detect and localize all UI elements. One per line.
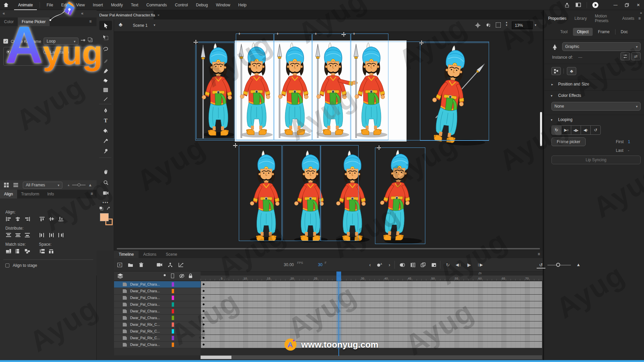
close-button[interactable]: ✕ <box>633 0 644 10</box>
zoom-spinner[interactable]: ▴▾ <box>506 21 507 27</box>
fluid-brush-tool[interactable] <box>99 56 112 66</box>
move-crosshair-icon[interactable] <box>377 145 381 150</box>
tab-assets[interactable]: Assets <box>618 14 638 23</box>
lip-syncing-button[interactable]: Lip Syncing <box>551 156 641 164</box>
zoom-tool[interactable] <box>99 178 112 187</box>
selection-box-pose3[interactable] <box>274 34 312 140</box>
collapse-panel-icon[interactable]: « <box>3 11 5 16</box>
highlight-column-icon[interactable] <box>164 274 166 276</box>
show-graph-editor-button[interactable] <box>176 261 185 269</box>
list-view-icon[interactable] <box>13 183 18 187</box>
rectangle-tool[interactable] <box>99 85 112 95</box>
frame-picker-button[interactable]: Frame picker <box>551 137 586 146</box>
align-top-edge-button[interactable] <box>38 215 46 223</box>
distribute-horizontal-center-button[interactable] <box>47 231 56 239</box>
duplicate-icon[interactable] <box>88 38 91 41</box>
swap-colors-icon[interactable] <box>99 206 105 211</box>
eyedropper-tool[interactable] <box>99 136 112 145</box>
home-icon[interactable] <box>0 0 12 10</box>
scene-chevron-icon[interactable]: ▾ <box>154 23 155 27</box>
align-left-edge-button[interactable] <box>4 215 13 223</box>
frame-picker-menu-icon[interactable]: ≡ <box>89 19 92 24</box>
center-stage-icon[interactable] <box>475 22 481 28</box>
layer-row[interactable]: Dwar_Pal_Rlx_C... <box>114 321 201 328</box>
last-frame-field-value[interactable]: - <box>628 148 629 153</box>
symbol-type-dropdown[interactable]: Graphic▾ <box>562 42 641 51</box>
match-width-button[interactable] <box>4 247 13 255</box>
frames-area[interactable] <box>201 281 542 348</box>
selection-box-pose6[interactable] <box>420 43 489 141</box>
align-vertical-center-button[interactable] <box>47 215 56 223</box>
menu-text[interactable]: Text <box>127 0 142 10</box>
selection-box-pose1[interactable] <box>196 43 234 139</box>
tab-library[interactable]: Library <box>571 14 591 23</box>
onion-skin-outlines-button[interactable] <box>409 261 417 269</box>
position-size-chevron-icon[interactable]: ▸ <box>551 82 553 86</box>
collapse-panel-icon-2[interactable]: « <box>81 11 84 16</box>
timeline-zoom-fit-icon[interactable]: ▲ <box>576 262 581 267</box>
align-horizontal-center-button[interactable] <box>13 215 22 223</box>
step-forward-keyframe-icon[interactable]: › <box>385 261 394 269</box>
new-layer-button[interactable]: + <box>115 261 124 269</box>
layer-row[interactable]: Dwar_Pal_Rlx_C... <box>114 328 201 335</box>
move-crosshair-icon[interactable] <box>194 40 198 44</box>
text-tool[interactable]: T <box>99 116 112 125</box>
position-size-section-label[interactable]: Position and Size <box>558 82 589 86</box>
timeline-h-scrollbar[interactable] <box>201 355 542 359</box>
looping-chevron-icon[interactable]: ▾ <box>551 118 552 122</box>
line-tool[interactable] <box>99 95 112 104</box>
layer-row[interactable]: Dwar_Pal_Chara... <box>114 295 201 301</box>
menu-file[interactable]: File <box>43 0 57 10</box>
step-back-frame-button[interactable]: ◀❘ <box>454 261 463 269</box>
onion-skin-button[interactable] <box>398 261 407 269</box>
create-keyframe-checkbox[interactable]: ✓ <box>3 39 8 44</box>
new-folder-button[interactable] <box>126 261 135 269</box>
swap-symbol-button[interactable] <box>621 52 630 60</box>
subtab-tool[interactable]: Tool <box>557 28 571 36</box>
more-tools-icon[interactable]: ••• <box>99 198 112 207</box>
restore-button[interactable] <box>621 0 633 10</box>
pen-tool[interactable] <box>99 106 112 115</box>
align-right-edge-button[interactable] <box>23 215 32 223</box>
auto-keyframe-icon[interactable]: A <box>375 261 384 269</box>
color-effect-dropdown[interactable]: None▾ <box>551 102 641 111</box>
match-height-button[interactable] <box>13 247 22 255</box>
zoom-level-box[interactable]: 13% <box>512 21 533 29</box>
create-clip-button[interactable] <box>429 261 438 269</box>
tab-info[interactable]: Info <box>43 190 58 198</box>
selection-box-pose10[interactable] <box>375 147 425 244</box>
first-frame-field-value[interactable]: 1 <box>628 139 630 144</box>
playhead-head[interactable] <box>336 272 341 281</box>
tab-align[interactable]: Align <box>0 190 17 198</box>
close-tab-icon[interactable]: × <box>157 13 159 17</box>
thumbnail-size-slider[interactable] <box>72 185 86 185</box>
timeline-menu-icon[interactable]: ≡ <box>538 251 540 258</box>
subtab-frame[interactable]: Frame <box>595 28 613 36</box>
looping-section-label[interactable]: Looping <box>558 117 573 122</box>
playhead-line[interactable] <box>338 281 339 356</box>
subtab-doc[interactable]: Doc <box>618 28 631 36</box>
menu-help[interactable]: Help <box>234 0 251 10</box>
tab-timeline[interactable]: Timeline <box>114 251 139 258</box>
scene-name[interactable]: Scene 1 <box>133 23 148 28</box>
hand-tool[interactable] <box>99 167 112 176</box>
edit-multiple-frames-button[interactable] <box>419 261 427 269</box>
rotation-tool-icon[interactable] <box>485 22 491 28</box>
tab-scene[interactable]: Scene <box>161 251 182 258</box>
fps-value[interactable]: 30.00 <box>284 262 294 267</box>
match-width-height-button[interactable] <box>23 247 32 255</box>
tab-motion-presets[interactable]: Motion Presets <box>591 14 618 23</box>
selection-box-pose5[interactable] <box>351 34 388 140</box>
tab-properties[interactable]: Properties <box>544 14 571 23</box>
menu-edit[interactable]: Edit <box>57 0 72 10</box>
menu-modify[interactable]: Modify <box>107 0 127 10</box>
outline-column-icon[interactable] <box>171 274 174 278</box>
menu-animate[interactable]: Animate <box>14 0 37 10</box>
frames-filter-dropdown[interactable]: All Frames▾ <box>23 182 62 189</box>
document-tab[interactable]: Dwar Pal Animated Character.fla × <box>97 11 154 19</box>
align-to-stage-checkbox[interactable] <box>5 263 9 267</box>
test-movie-play-button[interactable] <box>590 0 601 10</box>
loop-playback-button[interactable]: ↻ <box>443 261 452 269</box>
layer-row[interactable]: Dwar_Pal_Chara... <box>114 281 201 288</box>
free-transform-tool[interactable] <box>99 33 112 42</box>
